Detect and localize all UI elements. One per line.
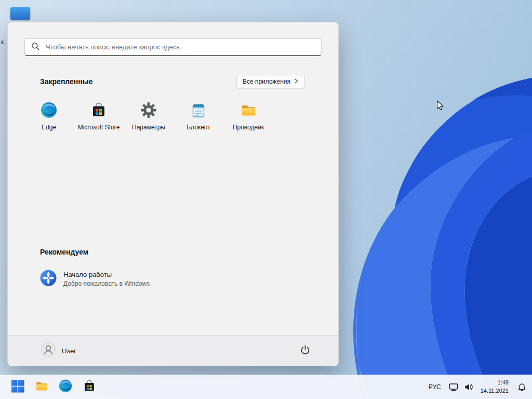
start-menu: Закрепленные Все приложения	[7, 22, 339, 366]
mouse-cursor	[436, 100, 444, 113]
pinned-app-edge[interactable]: Edge	[24, 102, 74, 131]
start-search-box[interactable]	[24, 38, 322, 56]
pinned-section-title: Закрепленные	[40, 77, 93, 86]
file-explorer-icon	[35, 379, 48, 395]
taskbar-store-button[interactable]	[79, 377, 100, 397]
edge-icon	[41, 102, 57, 121]
edge-icon	[59, 379, 72, 395]
user-name-label: User	[62, 347, 76, 355]
user-avatar-icon	[41, 342, 56, 359]
pinned-app-notepad[interactable]: Блокнот	[174, 102, 223, 131]
clock-date: 14.11.2021	[481, 387, 509, 395]
power-icon	[300, 345, 310, 357]
taskbar-app-icons	[7, 377, 100, 397]
pinned-app-settings[interactable]: Параметры	[124, 102, 174, 131]
system-tray: РУС 1:49 14.11.2021	[424, 375, 530, 399]
notepad-icon	[190, 102, 207, 121]
pinned-app-label: Блокнот	[187, 124, 210, 131]
all-apps-button-label: Все приложения	[243, 78, 290, 85]
recommended-item-get-started[interactable]: Начало работы Добро пожаловать в Windows	[40, 270, 305, 288]
settings-gear-icon	[140, 102, 157, 121]
microsoft-store-icon	[83, 379, 96, 395]
recommended-item-title: Начало работы	[63, 271, 150, 278]
desktop-icon-label-fragment: к	[1, 38, 4, 46]
desktop: к Закрепленные Все приложения	[0, 0, 532, 399]
start-button[interactable]	[7, 377, 28, 397]
pinned-app-microsoft-store[interactable]: Microsoft Store	[74, 102, 124, 131]
search-icon	[31, 42, 39, 52]
power-button[interactable]	[297, 342, 313, 359]
chevron-right-icon	[294, 78, 299, 85]
start-search-input[interactable]	[45, 43, 315, 51]
pinned-app-label: Параметры	[132, 124, 165, 131]
pinned-apps-grid: Edge Microsoft Store	[24, 102, 338, 131]
pinned-app-label: Проводник	[233, 124, 264, 131]
volume-icon[interactable]	[462, 380, 476, 394]
background-window-fragment[interactable]	[10, 7, 30, 20]
start-menu-footer: User	[8, 335, 338, 366]
pinned-app-label: Microsoft Store	[78, 124, 120, 131]
windows-logo-icon	[11, 380, 24, 395]
get-started-icon	[40, 270, 57, 288]
file-explorer-icon	[240, 102, 257, 121]
language-switcher[interactable]: РУС	[424, 383, 446, 391]
user-button[interactable]: User	[41, 342, 76, 359]
taskbar-clock[interactable]: 1:49 14.11.2021	[477, 379, 512, 395]
notification-bell-icon[interactable]	[513, 380, 530, 394]
taskbar-edge-button[interactable]	[55, 377, 76, 397]
clock-time: 1:49	[481, 379, 509, 387]
microsoft-store-icon	[90, 102, 107, 121]
pinned-app-file-explorer[interactable]: Проводник	[223, 102, 273, 131]
recommended-item-subtitle: Добро пожаловать в Windows	[63, 280, 150, 287]
taskbar-file-explorer-button[interactable]	[31, 377, 52, 397]
all-apps-button[interactable]: Все приложения	[236, 75, 305, 88]
pinned-app-label: Edge	[42, 124, 56, 131]
taskbar: РУС 1:49 14.11.2021	[0, 375, 532, 399]
recommended-section-title: Рекомендуем	[40, 248, 88, 256]
network-icon[interactable]	[447, 380, 461, 394]
